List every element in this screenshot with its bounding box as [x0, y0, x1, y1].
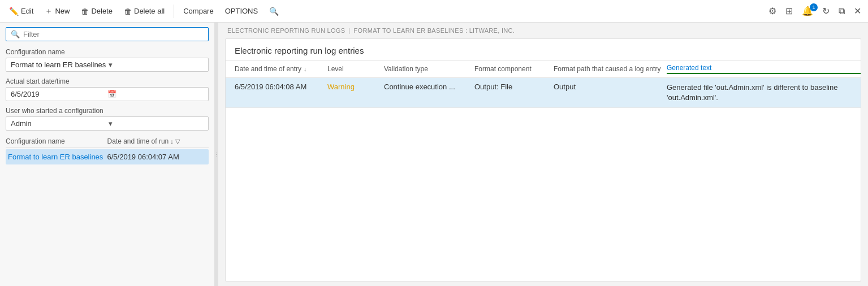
left-row-config-value: Format to learn ER baselines — [8, 153, 107, 161]
log-title: Electronic reporting run log entries — [226, 39, 861, 60]
log-sort-icon: ↓ — [304, 66, 307, 72]
filter-box: 🔍 — [6, 27, 209, 41]
search-button[interactable]: 🔍 — [265, 5, 283, 18]
breadcrumb-separator: | — [348, 27, 350, 34]
left-row-date-value: 6/5/2019 06:04:07 AM — [107, 153, 207, 161]
main-layout: 🔍 Configuration name Format to learn ER … — [0, 23, 868, 286]
calendar-icon: 📅 — [107, 90, 204, 98]
toolbar-separator — [174, 5, 174, 18]
config-name-label: Configuration name — [6, 48, 209, 56]
delete-all-button[interactable]: 🗑 Delete all — [119, 5, 169, 18]
filter-input[interactable] — [23, 30, 204, 38]
office-icon[interactable]: ⊞ — [783, 3, 795, 19]
actual-start-date[interactable]: 6/5/2019 📅 — [6, 87, 209, 101]
filter-search-icon: 🔍 — [11, 30, 20, 38]
config-name-dropdown[interactable]: Format to learn ER baselines ▾ — [6, 58, 209, 72]
toolbar: ✏️ Edit ＋ New 🗑 Delete 🗑 Delete all Comp… — [0, 0, 868, 23]
left-header-config: Configuration name — [6, 137, 107, 145]
user-label: User who started a configuration — [6, 107, 209, 115]
log-container: Electronic reporting run log entries Dat… — [225, 38, 861, 281]
toolbar-right: ⚙ ⊞ 🔔 1 ↻ ⧉ ✕ — [766, 3, 863, 19]
user-chevron: ▾ — [109, 119, 204, 128]
log-cell-generated: Generated file 'out.Admin.xml' is differ… — [667, 83, 861, 103]
user-dropdown[interactable]: Admin ▾ — [6, 116, 209, 131]
search-icon: 🔍 — [269, 7, 279, 16]
notification-area[interactable]: 🔔 1 — [800, 6, 815, 16]
user-value: Admin — [11, 119, 106, 128]
log-header-level: Level — [327, 65, 384, 73]
config-name-value: Format to learn ER baselines — [11, 60, 106, 69]
log-cell-path: Output — [554, 83, 667, 91]
config-name-chevron: ▾ — [109, 60, 204, 69]
left-table-section: Configuration name Date and time of run … — [0, 133, 214, 286]
compare-button[interactable]: Compare — [179, 5, 218, 18]
close-icon[interactable]: ✕ — [852, 3, 863, 19]
left-header-date: Date and time of run ↓ ▽ — [107, 137, 209, 145]
plus-icon: ＋ — [45, 6, 53, 16]
edit-button[interactable]: ✏️ Edit — [5, 5, 38, 18]
log-cell-date: 6/5/2019 06:04:08 AM — [226, 83, 327, 91]
breadcrumb: ELECTRONIC REPORTING RUN LOGS | FORMAT T… — [218, 23, 868, 38]
delete-icon: 🗑 — [81, 7, 89, 16]
log-header-format: Format component — [474, 65, 554, 73]
breadcrumb-part1: ELECTRONIC REPORTING RUN LOGS — [227, 27, 345, 34]
breadcrumb-part2: FORMAT TO LEARN ER BASELINES : LITWARE, … — [354, 27, 515, 34]
log-table-row[interactable]: 6/5/2019 06:04:08 AM Warning Continue ex… — [226, 78, 861, 108]
left-table-row[interactable]: Format to learn ER baselines 6/5/2019 06… — [6, 149, 209, 164]
delete-button[interactable]: 🗑 Delete — [76, 5, 117, 18]
left-panel: 🔍 Configuration name Format to learn ER … — [0, 23, 215, 286]
actual-start-value: 6/5/2019 — [11, 90, 107, 98]
filter-funnel-icon: ▽ — [175, 138, 180, 145]
settings-icon[interactable]: ⚙ — [766, 3, 779, 19]
log-header-generated: Generated text — [667, 64, 861, 74]
actual-start-group: Actual start date/time 6/5/2019 📅 — [0, 74, 214, 103]
user-group: User who started a configuration Admin ▾ — [0, 103, 214, 133]
log-table: Date and time of entry ↓ Level Validatio… — [226, 60, 861, 281]
config-name-group: Configuration name Format to learn ER ba… — [0, 45, 214, 74]
left-table-header: Configuration name Date and time of run … — [6, 137, 209, 148]
refresh-icon[interactable]: ↻ — [820, 3, 832, 19]
log-cell-format: Output: File — [474, 83, 554, 91]
log-cell-level: Warning — [327, 83, 384, 91]
options-button[interactable]: OPTIONS — [221, 5, 263, 18]
log-header-path: Format path that caused a log entry — [554, 65, 667, 73]
log-header-validation: Validation type — [384, 65, 474, 73]
right-panel: ELECTRONIC REPORTING RUN LOGS | FORMAT T… — [218, 23, 868, 286]
log-table-header: Date and time of entry ↓ Level Validatio… — [226, 60, 861, 78]
log-header-date: Date and time of entry ↓ — [226, 65, 327, 73]
notification-badge: 1 — [810, 3, 818, 11]
actual-start-label: Actual start date/time — [6, 77, 209, 85]
open-external-icon[interactable]: ⧉ — [836, 4, 847, 19]
sort-desc-icon: ↓ — [170, 138, 174, 145]
new-button[interactable]: ＋ New — [40, 4, 74, 19]
delete-all-icon: 🗑 — [124, 7, 132, 16]
log-cell-validation: Continue execution ... — [384, 83, 474, 91]
edit-icon: ✏️ — [9, 7, 19, 16]
